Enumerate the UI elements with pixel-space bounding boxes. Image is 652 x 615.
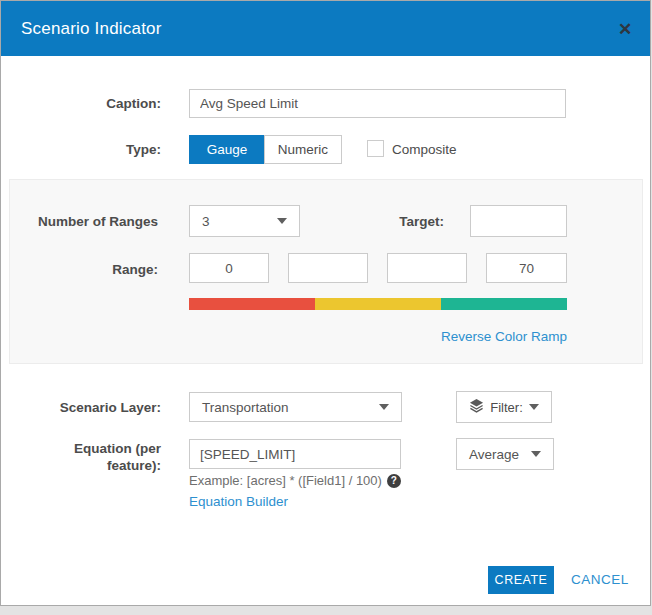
reverse-color-ramp-link[interactable]: Reverse Color Ramp: [189, 329, 567, 344]
composite-label: Composite: [392, 142, 457, 157]
caption-label: Caption:: [1, 96, 161, 111]
layers-icon: [469, 398, 484, 416]
type-option-numeric[interactable]: Numeric: [264, 135, 342, 164]
create-button[interactable]: CREATE: [488, 566, 554, 594]
range-label: Range:: [1, 262, 158, 277]
ramp-segment-red: [189, 298, 315, 310]
scenario-layer-label: Scenario Layer:: [1, 400, 161, 415]
scenario-layer-value: Transportation: [202, 400, 379, 415]
number-of-ranges-label: Number of Ranges: [1, 214, 158, 229]
cancel-button[interactable]: CANCEL: [571, 572, 629, 587]
number-of-ranges-value: 3: [202, 214, 277, 229]
equation-builder-link[interactable]: Equation Builder: [189, 494, 288, 509]
equation-example: Example: [acres] * ([Field1] / 100) ?: [189, 473, 401, 488]
composite-checkbox[interactable]: [367, 140, 384, 157]
chevron-down-icon: [531, 451, 541, 457]
filter-button[interactable]: Filter:: [456, 391, 552, 423]
filter-label: Filter:: [490, 400, 523, 415]
help-icon[interactable]: ?: [387, 474, 401, 488]
type-option-gauge[interactable]: Gauge: [189, 135, 265, 164]
ramp-segment-teal: [441, 298, 567, 310]
scenario-indicator-dialog: Scenario Indicator ✕ Caption: Type: Gaug…: [0, 0, 651, 606]
close-icon[interactable]: ✕: [614, 18, 636, 40]
ramp-segment-yellow: [315, 298, 441, 310]
chevron-down-icon: [529, 404, 539, 410]
caption-input[interactable]: [189, 89, 566, 118]
chevron-down-icon: [379, 404, 389, 410]
range-input-3[interactable]: [387, 253, 467, 283]
range-input-4[interactable]: [486, 253, 567, 283]
chevron-down-icon: [277, 218, 287, 224]
color-ramp: [189, 298, 567, 310]
aggregation-dropdown[interactable]: Average: [456, 438, 554, 470]
equation-label: Equation (per feature):: [1, 440, 161, 474]
dialog-title: Scenario Indicator: [21, 19, 162, 39]
range-input-2[interactable]: [288, 253, 368, 283]
number-of-ranges-dropdown[interactable]: 3: [189, 205, 300, 237]
range-input-1[interactable]: [189, 253, 269, 283]
target-label: Target:: [344, 214, 444, 229]
scenario-layer-dropdown[interactable]: Transportation: [189, 392, 402, 422]
aggregation-value: Average: [469, 447, 531, 462]
target-input[interactable]: [470, 205, 567, 237]
dialog-header: Scenario Indicator ✕: [1, 1, 650, 56]
equation-input[interactable]: [189, 439, 401, 469]
type-label: Type:: [1, 142, 161, 157]
